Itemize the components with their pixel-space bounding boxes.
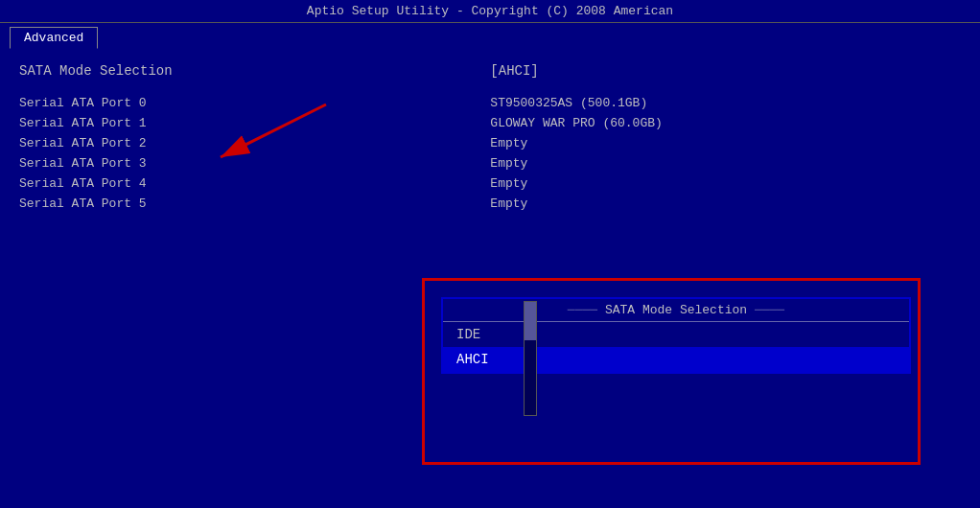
drive-4: Empty xyxy=(490,176,961,191)
drive-3: Empty xyxy=(490,156,961,171)
dropdown-title: SATA Mode Selection xyxy=(443,299,909,322)
port-5: Serial ATA Port 5 xyxy=(19,196,471,211)
left-panel: SATA Mode Selection Serial ATA Port 0 Se… xyxy=(19,58,471,492)
drive-1: GLOWAY WAR PRO (60.0GB) xyxy=(490,116,961,130)
drive-5: Empty xyxy=(490,196,961,211)
port-1: Serial ATA Port 1 xyxy=(19,116,471,130)
drive-0: ST9500325AS (500.1GB) xyxy=(490,96,961,110)
port-2: Serial ATA Port 2 xyxy=(19,136,471,150)
app-title: Aptio Setup Utility - Copyright (C) 2008… xyxy=(307,4,673,18)
sata-mode-dropdown[interactable]: SATA Mode Selection IDE AHCI xyxy=(441,297,911,374)
port-3: Serial ATA Port 3 xyxy=(19,156,471,171)
dropdown-scrollbar[interactable] xyxy=(524,301,537,416)
tab-advanced[interactable]: Advanced xyxy=(10,27,98,49)
tab-row: Advanced xyxy=(0,23,980,49)
sata-mode-label: SATA Mode Selection xyxy=(19,63,471,79)
dropdown-option-ide[interactable]: IDE xyxy=(443,322,909,347)
scrollbar-thumb[interactable] xyxy=(525,302,536,340)
top-bar: Aptio Setup Utility - Copyright (C) 2008… xyxy=(0,0,980,23)
drive-2: Empty xyxy=(490,136,961,150)
current-value: [AHCI] xyxy=(490,63,961,79)
dropdown-option-ahci[interactable]: AHCI xyxy=(443,347,909,372)
port-4: Serial ATA Port 4 xyxy=(19,176,471,191)
port-0: Serial ATA Port 0 xyxy=(19,96,471,110)
